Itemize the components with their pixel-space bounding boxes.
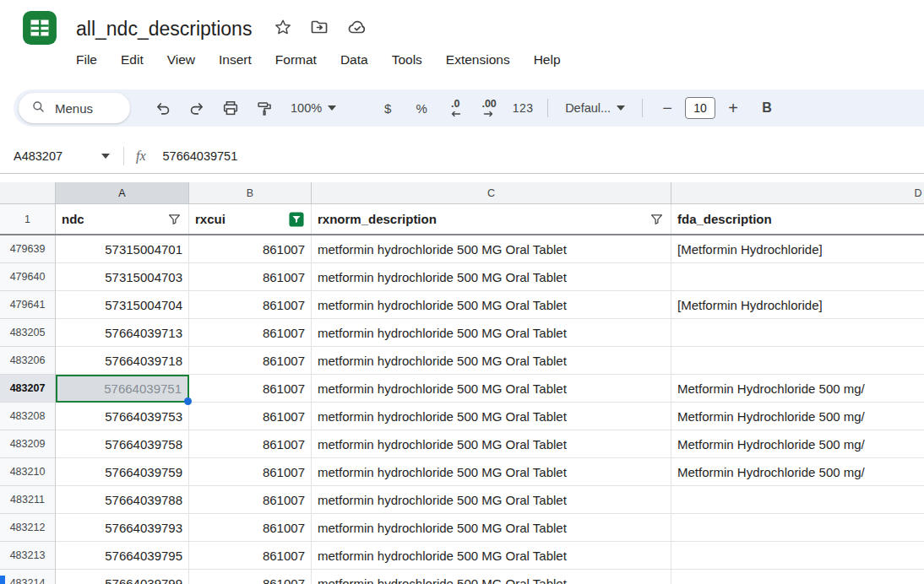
cell-rxcui[interactable]: 861007 — [189, 347, 312, 375]
row-header[interactable]: 479641 — [0, 291, 56, 319]
row-header[interactable]: 483212 — [0, 514, 56, 542]
cell-fda-description[interactable] — [671, 542, 924, 570]
row-header[interactable]: 479640 — [0, 263, 56, 291]
row-header[interactable]: 483211 — [0, 486, 56, 514]
cell-fda-description[interactable]: [Metformin Hydrochloride] — [671, 291, 924, 319]
cell-rxnorm-description[interactable]: metformin hydrochloride 500 MG Oral Tabl… — [312, 458, 671, 486]
cell-rxnorm-description[interactable]: metformin hydrochloride 500 MG Oral Tabl… — [312, 319, 671, 347]
cell-rxcui[interactable]: 861007 — [189, 430, 312, 458]
cell-rxcui[interactable]: 861007 — [189, 542, 312, 570]
undo-button[interactable] — [147, 93, 179, 123]
column-header-d[interactable]: D — [671, 182, 924, 204]
cell-rxnorm-description[interactable]: metformin hydrochloride 500 MG Oral Tabl… — [312, 430, 671, 458]
menu-data[interactable]: Data — [340, 52, 368, 68]
row-header[interactable]: 483210 — [0, 458, 56, 486]
cell-ndc[interactable]: 57664039793 — [56, 514, 189, 542]
cell-rxnorm-description[interactable]: metformin hydrochloride 500 MG Oral Tabl… — [312, 542, 671, 570]
cell-ndc[interactable]: 57664039753 — [56, 403, 189, 430]
menu-view[interactable]: View — [167, 52, 195, 68]
cell-rxcui-header[interactable]: rxcui — [189, 204, 312, 234]
cell-fda-description[interactable] — [671, 570, 924, 584]
filter-icon[interactable] — [650, 212, 664, 226]
cell-fda-description[interactable]: [Metformin Hydrochloride] — [671, 235, 924, 263]
row-header[interactable]: 483206 — [0, 347, 56, 375]
cell-rxcui[interactable]: 861007 — [189, 319, 312, 347]
menu-file[interactable]: File — [76, 52, 97, 68]
cell-ndc-header[interactable]: ndc — [56, 204, 189, 234]
cell-ndc[interactable]: 57664039788 — [56, 486, 189, 514]
cell-rxnorm-description[interactable]: metformin hydrochloride 500 MG Oral Tabl… — [312, 291, 671, 319]
cell-fda-description[interactable]: Metformin Hydrochloride 500 mg/ — [671, 403, 924, 430]
print-icon[interactable] — [215, 93, 247, 123]
menu-help[interactable]: Help — [534, 52, 561, 68]
menu-extensions[interactable]: Extensions — [446, 52, 510, 68]
row-header[interactable]: 483209 — [0, 430, 56, 458]
cell-ndc[interactable]: 57664039795 — [56, 542, 189, 570]
cell-rxnorm-description[interactable]: metformin hydrochloride 500 MG Oral Tabl… — [312, 403, 671, 430]
cell-rxnorm-description[interactable]: metformin hydrochloride 500 MG Oral Tabl… — [312, 263, 671, 291]
cloud-saved-icon[interactable] — [346, 17, 368, 41]
document-title[interactable]: all_ndc_descriptions — [76, 18, 252, 41]
row-header[interactable]: 483205 — [0, 319, 56, 347]
cell-rxnorm-description[interactable]: metformin hydrochloride 500 MG Oral Tabl… — [312, 347, 671, 375]
zoom-select[interactable]: 100% — [282, 93, 345, 123]
cell-rxcui[interactable]: 861007 — [189, 486, 312, 514]
row-header[interactable]: 483208 — [0, 403, 56, 430]
cell-rxcui[interactable]: 861007 — [189, 514, 312, 542]
filter-icon[interactable] — [167, 212, 182, 226]
cell-fda-description[interactable]: Metformin Hydrochloride 500 mg/ — [671, 375, 924, 403]
decrease-decimal-button[interactable]: .0 — [439, 93, 471, 123]
increase-decimal-button[interactable]: .00 — [473, 93, 505, 123]
font-family-select[interactable]: Defaul... — [557, 93, 633, 123]
cell-rxcui[interactable]: 861007 — [189, 570, 312, 584]
cell-fda-description[interactable]: Metformin Hydrochloride 500 mg/ — [671, 458, 924, 486]
cell-rxnorm-description[interactable]: metformin hydrochloride 500 MG Oral Tabl… — [312, 375, 671, 403]
bold-button[interactable]: B — [751, 93, 783, 123]
cell-ndc[interactable]: 57315004703 — [56, 263, 189, 291]
cell-ndc[interactable]: 57664039758 — [56, 430, 189, 458]
font-size-input[interactable]: 10 — [685, 97, 715, 119]
format-currency-button[interactable]: $ — [372, 93, 404, 123]
cell-fda-description[interactable] — [671, 514, 924, 542]
decrease-font-size-button[interactable]: − — [651, 93, 683, 123]
menu-tools[interactable]: Tools — [392, 52, 422, 68]
cell-ndc[interactable]: 57664039718 — [56, 347, 189, 375]
cell-rxnorm-description[interactable]: metformin hydrochloride 500 MG Oral Tabl… — [312, 486, 671, 514]
cell-rxnorm-description[interactable]: metformin hydrochloride 500 MG Oral Tabl… — [312, 514, 671, 542]
cell-rxnorm-description[interactable]: metformin hydrochloride 500 MG Oral Tabl… — [312, 235, 671, 263]
paint-format-icon[interactable] — [248, 93, 280, 123]
cell-ndc[interactable]: 57664039751 — [56, 375, 189, 403]
cell-ndc[interactable]: 57315004701 — [56, 235, 189, 263]
menu-format[interactable]: Format — [275, 52, 317, 68]
cell-fda-description[interactable] — [671, 319, 924, 347]
cell-rxcui[interactable]: 861007 — [189, 403, 312, 430]
cell-rxnorm-header[interactable]: rxnorm_description — [312, 204, 671, 234]
fill-handle[interactable] — [184, 397, 192, 405]
format-percent-button[interactable]: % — [405, 93, 438, 123]
cell-ndc[interactable]: 57664039799 — [56, 570, 189, 584]
sheets-logo-icon[interactable] — [22, 10, 57, 46]
cell-ndc[interactable]: 57664039759 — [56, 458, 189, 486]
increase-font-size-button[interactable]: + — [717, 93, 749, 123]
more-number-formats-button[interactable]: 123 — [507, 93, 539, 123]
move-to-folder-icon[interactable] — [309, 17, 329, 41]
cell-rxnorm-description[interactable]: metformin hydrochloride 500 MG Oral Tabl… — [312, 570, 671, 584]
menu-edit[interactable]: Edit — [121, 52, 144, 68]
cell-fda-header[interactable]: fda_description — [671, 204, 924, 234]
cell-rxcui[interactable]: 861007 — [189, 375, 312, 403]
cell-rxcui[interactable]: 861007 — [189, 458, 312, 486]
cell-fda-description[interactable] — [671, 486, 924, 514]
row-header[interactable]: 479639 — [0, 235, 56, 263]
cell-rxcui[interactable]: 861007 — [189, 263, 312, 291]
cell-rxcui[interactable]: 861007 — [189, 291, 312, 319]
redo-button[interactable] — [181, 93, 213, 123]
cell-ndc[interactable]: 57315004704 — [56, 291, 189, 319]
column-header-a[interactable]: A — [56, 182, 189, 204]
star-icon[interactable] — [274, 18, 292, 40]
cell-ndc[interactable]: 57664039713 — [56, 319, 189, 347]
column-header-c[interactable]: C — [312, 182, 671, 204]
cell-rxcui[interactable]: 861007 — [189, 235, 312, 263]
row-header[interactable]: 483213 — [0, 542, 56, 570]
cell-fda-description[interactable]: Metformin Hydrochloride 500 mg/ — [671, 430, 924, 458]
filter-active-icon[interactable] — [289, 212, 304, 227]
